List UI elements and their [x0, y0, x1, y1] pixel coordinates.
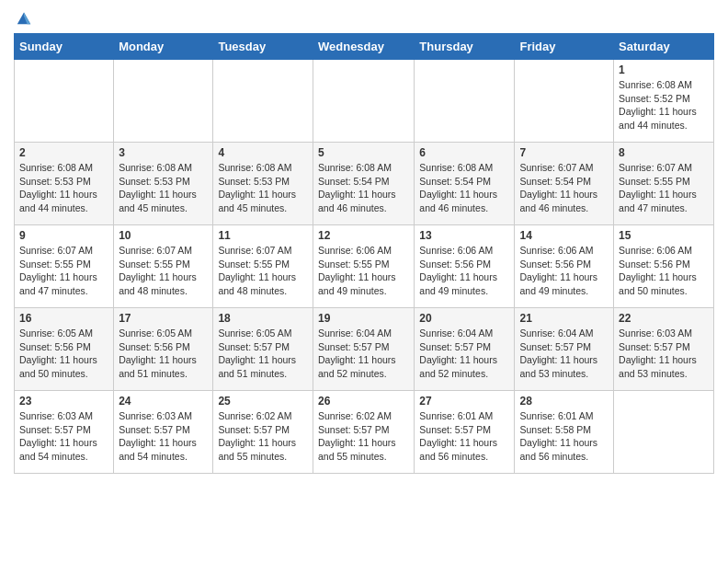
- calendar-cell: 21Sunrise: 6:04 AM Sunset: 5:57 PM Dayli…: [515, 308, 614, 391]
- calendar-cell: [15, 60, 114, 143]
- day-info: Sunrise: 6:05 AM Sunset: 5:56 PM Dayligh…: [19, 327, 108, 381]
- day-info: Sunrise: 6:05 AM Sunset: 5:57 PM Dayligh…: [218, 327, 308, 381]
- day-info: Sunrise: 6:08 AM Sunset: 5:54 PM Dayligh…: [419, 161, 509, 215]
- weekday-header: Wednesday: [313, 34, 414, 60]
- day-number: 21: [519, 312, 609, 325]
- day-number: 11: [218, 229, 308, 242]
- day-info: Sunrise: 6:06 AM Sunset: 5:56 PM Dayligh…: [519, 244, 609, 298]
- day-number: 1: [619, 63, 709, 76]
- day-info: Sunrise: 6:03 AM Sunset: 5:57 PM Dayligh…: [619, 327, 709, 381]
- logo: [14, 9, 32, 26]
- calendar-header-row: SundayMondayTuesdayWednesdayThursdayFrid…: [15, 34, 714, 60]
- day-number: 6: [419, 146, 509, 159]
- day-info: Sunrise: 6:08 AM Sunset: 5:53 PM Dayligh…: [119, 161, 208, 215]
- day-number: 10: [119, 229, 208, 242]
- calendar-week-row: 16Sunrise: 6:05 AM Sunset: 5:56 PM Dayli…: [15, 308, 714, 391]
- calendar-week-row: 9Sunrise: 6:07 AM Sunset: 5:55 PM Daylig…: [15, 225, 714, 308]
- calendar-cell: 12Sunrise: 6:06 AM Sunset: 5:55 PM Dayli…: [313, 225, 414, 308]
- day-info: Sunrise: 6:01 AM Sunset: 5:57 PM Dayligh…: [419, 409, 509, 464]
- logo-icon: [16, 9, 32, 26]
- day-number: 18: [218, 312, 308, 325]
- calendar-week-row: 1Sunrise: 6:08 AM Sunset: 5:52 PM Daylig…: [15, 60, 714, 143]
- header: [14, 9, 714, 26]
- day-number: 2: [19, 146, 108, 159]
- weekday-header: Monday: [114, 34, 213, 60]
- calendar-cell: 15Sunrise: 6:06 AM Sunset: 5:56 PM Dayli…: [614, 225, 714, 308]
- day-number: 3: [119, 146, 208, 159]
- day-number: 15: [619, 229, 709, 242]
- calendar-cell: 19Sunrise: 6:04 AM Sunset: 5:57 PM Dayli…: [313, 308, 414, 391]
- day-number: 19: [318, 312, 409, 325]
- weekday-header: Saturday: [614, 34, 714, 60]
- calendar-cell: [114, 60, 213, 143]
- day-number: 12: [318, 229, 409, 242]
- calendar-cell: [213, 60, 313, 143]
- day-info: Sunrise: 6:08 AM Sunset: 5:52 PM Dayligh…: [619, 78, 709, 132]
- day-number: 7: [519, 146, 609, 159]
- day-info: Sunrise: 6:04 AM Sunset: 5:57 PM Dayligh…: [419, 327, 509, 381]
- day-number: 20: [419, 312, 509, 325]
- calendar-cell: 17Sunrise: 6:05 AM Sunset: 5:56 PM Dayli…: [114, 308, 213, 391]
- calendar-cell: 23Sunrise: 6:03 AM Sunset: 5:57 PM Dayli…: [15, 391, 114, 474]
- day-info: Sunrise: 6:06 AM Sunset: 5:56 PM Dayligh…: [619, 244, 709, 298]
- calendar-week-row: 2Sunrise: 6:08 AM Sunset: 5:53 PM Daylig…: [15, 143, 714, 225]
- day-number: 27: [419, 395, 509, 408]
- day-number: 13: [419, 229, 509, 242]
- calendar-cell: [313, 60, 414, 143]
- calendar-cell: 26Sunrise: 6:02 AM Sunset: 5:57 PM Dayli…: [313, 391, 414, 474]
- calendar-cell: 16Sunrise: 6:05 AM Sunset: 5:56 PM Dayli…: [15, 308, 114, 391]
- page: SundayMondayTuesdayWednesdayThursdayFrid…: [0, 0, 728, 483]
- weekday-header: Tuesday: [213, 34, 313, 60]
- calendar-cell: 11Sunrise: 6:07 AM Sunset: 5:55 PM Dayli…: [213, 225, 313, 308]
- weekday-header: Sunday: [15, 34, 114, 60]
- calendar-cell: 20Sunrise: 6:04 AM Sunset: 5:57 PM Dayli…: [415, 308, 515, 391]
- day-info: Sunrise: 6:04 AM Sunset: 5:57 PM Dayligh…: [519, 327, 609, 381]
- day-info: Sunrise: 6:06 AM Sunset: 5:56 PM Dayligh…: [419, 244, 509, 298]
- day-info: Sunrise: 6:06 AM Sunset: 5:55 PM Dayligh…: [318, 244, 409, 298]
- day-number: 22: [619, 312, 709, 325]
- calendar-cell: 9Sunrise: 6:07 AM Sunset: 5:55 PM Daylig…: [15, 225, 114, 308]
- calendar-cell: 13Sunrise: 6:06 AM Sunset: 5:56 PM Dayli…: [415, 225, 515, 308]
- day-number: 16: [19, 312, 108, 325]
- calendar-cell: 2Sunrise: 6:08 AM Sunset: 5:53 PM Daylig…: [15, 143, 114, 225]
- day-number: 26: [318, 395, 409, 408]
- calendar-week-row: 23Sunrise: 6:03 AM Sunset: 5:57 PM Dayli…: [15, 391, 714, 474]
- day-info: Sunrise: 6:07 AM Sunset: 5:55 PM Dayligh…: [218, 244, 308, 298]
- weekday-header: Thursday: [415, 34, 515, 60]
- day-number: 4: [218, 146, 308, 159]
- day-info: Sunrise: 6:08 AM Sunset: 5:53 PM Dayligh…: [218, 161, 308, 215]
- day-info: Sunrise: 6:02 AM Sunset: 5:57 PM Dayligh…: [218, 409, 308, 464]
- day-number: 24: [119, 395, 208, 408]
- calendar-cell: 4Sunrise: 6:08 AM Sunset: 5:53 PM Daylig…: [213, 143, 313, 225]
- calendar-cell: 22Sunrise: 6:03 AM Sunset: 5:57 PM Dayli…: [614, 308, 714, 391]
- day-info: Sunrise: 6:01 AM Sunset: 5:58 PM Dayligh…: [519, 409, 609, 464]
- day-number: 23: [19, 395, 108, 408]
- day-info: Sunrise: 6:07 AM Sunset: 5:54 PM Dayligh…: [519, 161, 609, 215]
- day-number: 25: [218, 395, 308, 408]
- day-info: Sunrise: 6:02 AM Sunset: 5:57 PM Dayligh…: [318, 409, 409, 464]
- day-number: 14: [519, 229, 609, 242]
- day-number: 8: [619, 146, 709, 159]
- calendar-cell: [515, 60, 614, 143]
- calendar-cell: 28Sunrise: 6:01 AM Sunset: 5:58 PM Dayli…: [515, 391, 614, 474]
- calendar-cell: 25Sunrise: 6:02 AM Sunset: 5:57 PM Dayli…: [213, 391, 313, 474]
- logo-text: [14, 9, 32, 26]
- calendar-table: SundayMondayTuesdayWednesdayThursdayFrid…: [14, 33, 714, 474]
- calendar-cell: 14Sunrise: 6:06 AM Sunset: 5:56 PM Dayli…: [515, 225, 614, 308]
- calendar-cell: 5Sunrise: 6:08 AM Sunset: 5:54 PM Daylig…: [313, 143, 414, 225]
- day-info: Sunrise: 6:03 AM Sunset: 5:57 PM Dayligh…: [19, 409, 108, 464]
- day-info: Sunrise: 6:08 AM Sunset: 5:54 PM Dayligh…: [318, 161, 409, 215]
- calendar-cell: 24Sunrise: 6:03 AM Sunset: 5:57 PM Dayli…: [114, 391, 213, 474]
- calendar-cell: 8Sunrise: 6:07 AM Sunset: 5:55 PM Daylig…: [614, 143, 714, 225]
- day-number: 5: [318, 146, 409, 159]
- day-info: Sunrise: 6:07 AM Sunset: 5:55 PM Dayligh…: [19, 244, 108, 298]
- calendar-cell: [614, 391, 714, 474]
- calendar-cell: 1Sunrise: 6:08 AM Sunset: 5:52 PM Daylig…: [614, 60, 714, 143]
- calendar-cell: 7Sunrise: 6:07 AM Sunset: 5:54 PM Daylig…: [515, 143, 614, 225]
- calendar-cell: 18Sunrise: 6:05 AM Sunset: 5:57 PM Dayli…: [213, 308, 313, 391]
- day-info: Sunrise: 6:03 AM Sunset: 5:57 PM Dayligh…: [119, 409, 208, 464]
- day-info: Sunrise: 6:08 AM Sunset: 5:53 PM Dayligh…: [19, 161, 108, 215]
- day-info: Sunrise: 6:07 AM Sunset: 5:55 PM Dayligh…: [119, 244, 208, 298]
- calendar-cell: 27Sunrise: 6:01 AM Sunset: 5:57 PM Dayli…: [415, 391, 515, 474]
- day-number: 17: [119, 312, 208, 325]
